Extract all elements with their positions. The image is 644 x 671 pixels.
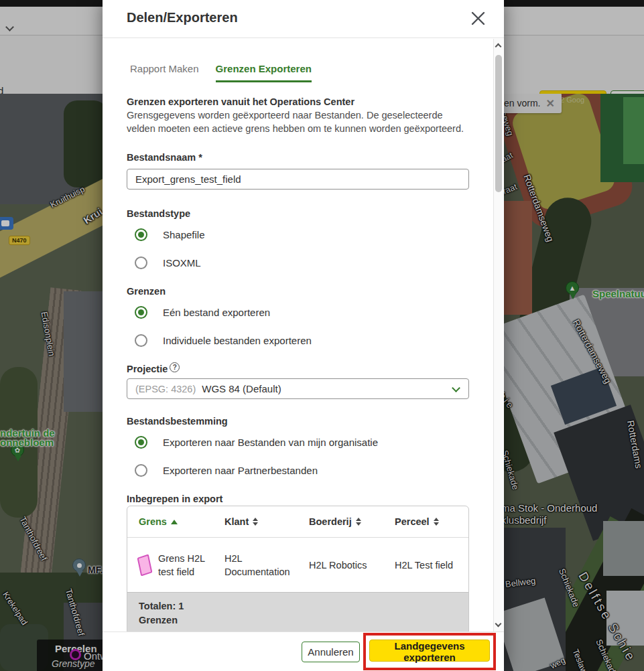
dialog-footer: Annuleren Landgegevens exporteren — [103, 631, 504, 671]
dialog-body: Rapport Maken Grenzen Exporteren Grenzen… — [103, 39, 493, 631]
table-row[interactable]: Grens H2L test field H2L Documentation H… — [127, 537, 468, 592]
projection-select[interactable]: (EPSG: 4326) WGS 84 (Default) — [127, 378, 469, 399]
radio-icon — [135, 464, 147, 477]
sort-icon — [356, 518, 361, 526]
radio-isoxml[interactable]: ISOXML — [135, 256, 469, 269]
sort-icon — [434, 518, 439, 526]
tab-grenzen-exporteren[interactable]: Grenzen Exporteren — [216, 63, 312, 82]
scroll-up-icon[interactable] — [495, 44, 502, 50]
field-boundary-icon — [137, 554, 153, 576]
help-icon[interactable]: ? — [170, 362, 180, 372]
column-perceel[interactable]: Perceel — [383, 516, 458, 527]
cell-klant: H2L Documentation — [224, 552, 292, 579]
epsg-code: (EPSG: 4326) — [135, 384, 196, 394]
cell-perceel: H2L Test field — [383, 558, 458, 572]
column-boerderij[interactable]: Boerderij — [298, 516, 383, 527]
section-heading: Grenzen exporteren vanuit het Operations… — [127, 96, 469, 107]
export-table: Grens Klant Boerderij Perceel Grens H2L … — [127, 506, 469, 631]
close-icon[interactable] — [470, 11, 486, 26]
radio-partner-files[interactable]: Exporteren naar Partnerbestanden — [135, 464, 469, 477]
cell-boerderij: H2L Robotics — [298, 558, 383, 572]
radio-individual-files[interactable]: Individuele bestanden exporteren — [135, 334, 469, 347]
radio-icon — [135, 256, 147, 269]
dialog-header: Delen/Exporteren — [103, 0, 504, 38]
scrollbar-thumb[interactable] — [495, 55, 502, 192]
sort-asc-icon — [171, 520, 178, 524]
radio-selected-icon — [135, 436, 147, 449]
filename-label: Bestandsnaam * — [127, 152, 469, 163]
radio-shapefile[interactable]: Shapefile — [135, 228, 469, 241]
tab-bar: Rapport Maken Grenzen Exporteren — [130, 63, 469, 82]
radio-selected-icon — [135, 228, 147, 241]
scrollbar[interactable] — [493, 39, 503, 631]
cell-grens: Grens H2L test field — [158, 552, 206, 579]
cancel-button[interactable]: Annuleren — [302, 642, 360, 662]
dialog-title: Delen/Exporteren — [127, 10, 238, 25]
projection-label: Projectie ? — [127, 364, 469, 374]
grenzen-label: Grenzen — [127, 286, 469, 297]
radio-single-file[interactable]: Eén bestand exporteren — [135, 306, 469, 319]
annotation-highlight-box: Landgegevens exporteren — [363, 633, 496, 670]
radio-org-files[interactable]: Exporteren naar Bestanden van mijn organ… — [135, 436, 469, 449]
share-export-dialog: Delen/Exporteren Rapport Maken Grenzen E… — [103, 0, 504, 671]
filetype-label: Bestandstype — [127, 208, 469, 219]
table-header: Grens Klant Boerderij Perceel — [127, 506, 468, 537]
export-land-data-button[interactable]: Landgegevens exporteren — [369, 640, 490, 662]
sort-icon — [253, 518, 258, 526]
scroll-down-icon[interactable] — [495, 621, 502, 627]
included-label: Inbegrepen in export — [127, 494, 469, 504]
column-grens[interactable]: Grens — [127, 516, 213, 527]
section-description: Grensgegevens worden geëxporteerd naar B… — [127, 109, 469, 135]
tab-rapport-maken[interactable]: Rapport Maken — [130, 63, 199, 82]
radio-selected-icon — [135, 306, 147, 319]
chevron-down-icon — [452, 384, 460, 392]
column-klant[interactable]: Klant — [213, 516, 298, 527]
filename-input[interactable] — [127, 169, 469, 190]
destination-label: Bestandsbestemming — [127, 416, 469, 427]
radio-icon — [135, 334, 147, 347]
projection-value: WGS 84 (Default) — [202, 383, 281, 394]
table-totals: Totalen: 1 Grenzen — [127, 592, 468, 631]
